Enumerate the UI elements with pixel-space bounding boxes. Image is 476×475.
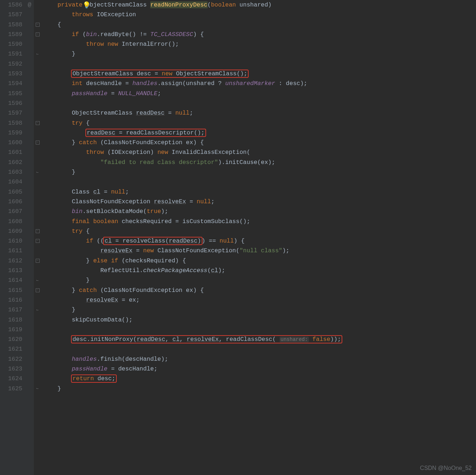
annotation-column[interactable]: @ <box>25 0 34 475</box>
code-line[interactable]: readDesc = readClassDescriptor(); <box>43 128 476 138</box>
code-line[interactable]: try { <box>43 226 476 236</box>
fold-marker[interactable]: − <box>34 20 41 30</box>
watermark-text: CSDN @NoOne_52 <box>420 465 472 471</box>
code-line[interactable]: } <box>43 384 476 394</box>
fold-marker[interactable]: − <box>34 118 41 128</box>
line-number[interactable]: 1599 <box>4 128 22 138</box>
code-line[interactable]: Class cl = null; <box>43 187 476 197</box>
line-number[interactable]: 1589 <box>4 30 22 39</box>
line-number[interactable]: 1613 <box>4 266 22 275</box>
code-line[interactable]: bin.setBlockDataMode(true); <box>43 207 476 216</box>
fold-marker[interactable]: − <box>34 256 41 266</box>
line-number[interactable]: 1603 <box>4 167 22 177</box>
line-number[interactable]: 1611 <box>4 246 22 256</box>
code-line[interactable]: } else if (checksRequired) { <box>43 256 476 266</box>
line-number[interactable]: 1591 <box>4 49 22 59</box>
line-number[interactable]: 1600 <box>4 138 22 147</box>
line-number[interactable]: 1615 <box>4 285 22 295</box>
line-number[interactable]: 1614 <box>4 275 22 285</box>
line-number[interactable]: 1602 <box>4 157 22 167</box>
code-line[interactable]: } <box>43 305 476 315</box>
fold-column[interactable]: −−⌙−−⌙−−−⌙−⌙⌙ <box>34 0 41 475</box>
code-line[interactable] <box>43 177 476 187</box>
code-line[interactable]: try { <box>43 118 476 128</box>
code-line[interactable]: resolveEx = ex; <box>43 295 476 305</box>
code-line[interactable]: ObjectStreamClass readDesc = null; <box>43 108 476 118</box>
line-number[interactable]: 1612 <box>4 256 22 266</box>
fold-marker[interactable]: − <box>34 236 41 246</box>
code-line[interactable] <box>43 59 476 69</box>
line-number[interactable]: 1604 <box>4 177 22 187</box>
code-line[interactable]: if ((cl = resolveClass(readDesc)) == nul… <box>43 236 476 246</box>
code-line[interactable]: } <box>43 275 476 285</box>
line-number[interactable]: 1597 <box>4 108 22 118</box>
line-number[interactable]: 1593 <box>4 69 22 79</box>
line-number[interactable]: 1618 <box>4 315 22 325</box>
code-line[interactable] <box>43 98 476 108</box>
line-number[interactable]: 1619 <box>4 325 22 334</box>
code-line[interactable]: throws IOException <box>43 10 476 19</box>
line-number[interactable]: 1623 <box>4 364 22 374</box>
fold-marker[interactable]: ⌙ <box>34 305 41 315</box>
fold-marker[interactable]: − <box>34 285 41 295</box>
fold-marker[interactable]: ⌙ <box>34 167 41 177</box>
line-number[interactable]: 1622 <box>4 354 22 364</box>
fold-marker[interactable]: ⌙ <box>34 384 41 394</box>
code-line[interactable]: throw new InternalError(); <box>43 39 476 49</box>
line-number[interactable]: 1608 <box>4 217 22 226</box>
line-number[interactable]: 1605 <box>4 187 22 197</box>
code-line[interactable]: handles.finish(descHandle); <box>43 354 476 364</box>
code-line[interactable]: passHandle = descHandle; <box>43 364 476 374</box>
line-number[interactable]: 1606 <box>4 197 22 207</box>
line-number[interactable]: 1624 <box>4 374 22 383</box>
fold-marker[interactable]: ⌙ <box>34 275 41 285</box>
code-line[interactable]: } <box>43 167 476 177</box>
code-line[interactable]: desc.initNonProxy(readDesc, cl, resolveE… <box>43 334 476 344</box>
code-line[interactable]: throw (IOException) new InvalidClassExce… <box>43 147 476 157</box>
line-number[interactable]: 1616 <box>4 295 22 305</box>
fold-marker[interactable]: − <box>34 138 41 147</box>
code-line[interactable]: } <box>43 49 476 59</box>
code-line[interactable]: private ObjectStreamClass readNonProxyDe… <box>43 0 476 10</box>
line-number[interactable]: 1617 <box>4 305 22 315</box>
fold-marker[interactable]: − <box>34 226 41 236</box>
code-line[interactable]: skipCustomData(); <box>43 315 476 325</box>
line-number[interactable]: 1596 <box>4 98 22 108</box>
line-number-gutter[interactable]: 1586158715881589159015911592159315941595… <box>0 0 25 475</box>
code-line[interactable]: ObjectStreamClass desc = new ObjectStrea… <box>43 69 476 79</box>
line-number[interactable]: 1594 <box>4 79 22 88</box>
code-line[interactable]: int descHandle = handles.assign(unshared… <box>43 79 476 88</box>
code-line[interactable]: if (bin.readByte() != TC_CLASSDESC) { <box>43 30 476 39</box>
code-line[interactable]: final boolean checksRequired = isCustomS… <box>43 217 476 226</box>
line-number[interactable]: 1610 <box>4 236 22 246</box>
line-number[interactable]: 1609 <box>4 226 22 236</box>
line-number[interactable]: 1601 <box>4 147 22 157</box>
intention-bulb-icon[interactable]: 💡 <box>83 1 90 9</box>
line-number[interactable]: 1587 <box>4 10 22 19</box>
line-number[interactable]: 1590 <box>4 39 22 49</box>
code-line[interactable]: } catch (ClassNotFoundException ex) { <box>43 285 476 295</box>
line-number[interactable]: 1592 <box>4 59 22 69</box>
code-line[interactable]: "failed to read class descriptor").initC… <box>43 157 476 167</box>
code-line[interactable]: return desc; <box>43 374 476 383</box>
code-area[interactable]: 💡 private ObjectStreamClass readNonProxy… <box>41 0 476 475</box>
line-number[interactable]: 1588 <box>4 20 22 30</box>
line-number[interactable]: 1586 <box>4 0 22 10</box>
line-number[interactable]: 1620 <box>4 334 22 344</box>
code-line[interactable] <box>43 344 476 354</box>
code-editor[interactable]: 1586158715881589159015911592159315941595… <box>0 0 476 475</box>
fold-marker[interactable]: − <box>34 30 41 39</box>
code-line[interactable]: } catch (ClassNotFoundException ex) { <box>43 138 476 147</box>
code-line[interactable]: ClassNotFoundException resolveEx = null; <box>43 197 476 207</box>
code-line[interactable]: ReflectUtil.checkPackageAccess(cl); <box>43 266 476 275</box>
code-line[interactable]: resolveEx = new ClassNotFoundException("… <box>43 246 476 256</box>
line-number[interactable]: 1598 <box>4 118 22 128</box>
fold-marker[interactable]: ⌙ <box>34 49 41 59</box>
code-line[interactable] <box>43 325 476 334</box>
code-line[interactable]: { <box>43 20 476 30</box>
line-number[interactable]: 1595 <box>4 89 22 98</box>
code-line[interactable]: passHandle = NULL_HANDLE; <box>43 89 476 98</box>
line-number[interactable]: 1625 <box>4 384 22 394</box>
line-number[interactable]: 1621 <box>4 344 22 354</box>
line-number[interactable]: 1607 <box>4 207 22 216</box>
